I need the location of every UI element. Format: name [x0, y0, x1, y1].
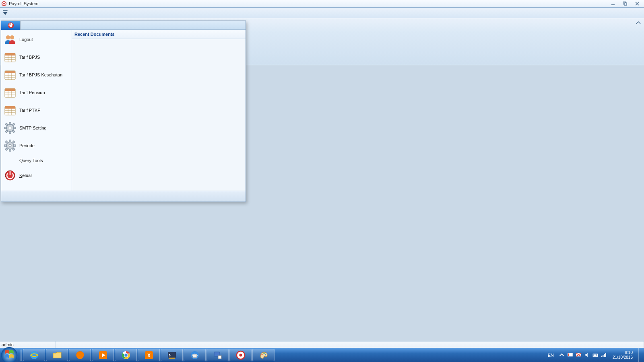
- menu-item-tarif-bpjs[interactable]: Tarif BPJS: [1, 48, 72, 66]
- clock-date: 21/10/2016: [613, 355, 633, 360]
- tray-chevron-up-icon[interactable]: [559, 352, 565, 358]
- svg-rect-4: [624, 3, 627, 5]
- chrome-icon: [121, 350, 131, 360]
- svg-rect-53: [12, 148, 15, 150]
- users-icon: [4, 33, 17, 46]
- maximize-button[interactable]: [619, 1, 631, 7]
- menu-item-label: Tarif BPJS: [19, 55, 40, 60]
- gear-icon: [4, 121, 17, 134]
- language-indicator[interactable]: EN: [545, 353, 556, 358]
- svg-rect-77: [568, 354, 569, 356]
- taskbar-clock[interactable]: 8:10 21/10/2016: [609, 350, 636, 360]
- folder-icon: [52, 350, 62, 360]
- menu-item-label: Keluar: [19, 173, 32, 178]
- taskbar-app-terminal[interactable]: [161, 349, 183, 361]
- qat-customize-dropdown[interactable]: [2, 10, 8, 16]
- ribbon-collapse-chevron[interactable]: [635, 20, 642, 25]
- application-menu-left-panel: Logout Tarif BPJS Tarif BPJS Kesehatan T…: [1, 30, 72, 191]
- volume-icon[interactable]: [584, 352, 590, 358]
- svg-rect-43: [12, 130, 15, 133]
- menu-item-keluar[interactable]: Keluar: [1, 167, 72, 184]
- battery-icon[interactable]: [592, 352, 599, 358]
- minimize-button[interactable]: [607, 1, 619, 7]
- svg-rect-51: [12, 141, 15, 143]
- statusbar: admin: [0, 341, 644, 348]
- gear-icon: [4, 139, 17, 152]
- paint-icon: [258, 350, 269, 360]
- start-button[interactable]: [0, 348, 19, 362]
- svg-rect-46: [9, 140, 11, 142]
- wifi-icon[interactable]: [601, 352, 607, 358]
- menu-item-tarif-bpjs-kesehatan[interactable]: Tarif BPJS Kesehatan: [1, 66, 72, 84]
- quick-access-toolbar: [0, 8, 644, 18]
- svg-rect-29: [5, 106, 15, 109]
- svg-rect-56: [10, 171, 11, 175]
- action-center-icon[interactable]: [567, 352, 573, 358]
- svg-rect-50: [5, 141, 8, 143]
- taskbar-app-firefox[interactable]: [69, 349, 91, 361]
- app-icon: [1, 1, 7, 6]
- taskbar-app-xampp[interactable]: X: [138, 349, 160, 361]
- menu-item-label: Periode: [19, 143, 35, 148]
- blank-icon: [4, 154, 17, 167]
- application-menu-header: [1, 21, 246, 30]
- ie-icon: [29, 350, 39, 360]
- svg-rect-36: [9, 122, 11, 124]
- windows-taskbar: X EN 8:10 21/10/2016: [0, 348, 644, 362]
- taskbar-app-chrome[interactable]: [115, 349, 137, 361]
- close-button[interactable]: [631, 1, 643, 7]
- show-desktop-button[interactable]: [638, 348, 642, 362]
- recent-documents-header: Recent Documents: [72, 30, 246, 39]
- calendar-icon: [4, 104, 17, 117]
- svg-rect-2: [611, 4, 615, 5]
- menu-item-query-tools[interactable]: Query Tools: [1, 154, 72, 167]
- menu-item-label: SMTP Setting: [19, 125, 47, 130]
- taskbar-app-media-player[interactable]: [92, 349, 114, 361]
- taskbar-app-paint[interactable]: [252, 349, 275, 361]
- menu-item-smtp-setting[interactable]: SMTP Setting: [1, 119, 72, 137]
- svg-rect-52: [5, 148, 8, 150]
- svg-point-8: [6, 35, 10, 39]
- power-icon: [4, 169, 17, 182]
- taskbar-app-device[interactable]: [206, 349, 229, 361]
- orb-icon: [8, 22, 14, 29]
- taskbar-app-ie[interactable]: [23, 349, 45, 361]
- svg-rect-41: [12, 123, 15, 125]
- application-menu-orb-tab[interactable]: [1, 21, 21, 30]
- svg-rect-66: [169, 358, 175, 359]
- menu-item-tarif-pensiun[interactable]: Tarif Pensiun: [1, 84, 72, 101]
- svg-rect-83: [603, 355, 603, 357]
- statusbar-spacer: [56, 341, 644, 348]
- svg-rect-38: [4, 127, 6, 129]
- firefox-icon: [75, 350, 85, 360]
- svg-point-45: [9, 144, 11, 147]
- svg-rect-49: [14, 145, 16, 146]
- taskbar-separator: [19, 350, 22, 361]
- menu-item-periode[interactable]: Periode: [1, 137, 72, 154]
- svg-rect-39: [14, 127, 16, 129]
- svg-rect-48: [4, 145, 6, 146]
- security-icon[interactable]: [576, 352, 582, 358]
- svg-rect-11: [5, 53, 15, 56]
- menu-item-logout[interactable]: Logout: [1, 31, 72, 48]
- svg-point-72: [239, 354, 242, 356]
- svg-rect-7: [10, 23, 11, 25]
- menu-item-label: Query Tools: [19, 158, 43, 163]
- svg-rect-47: [9, 149, 11, 151]
- svg-rect-17: [5, 71, 15, 73]
- svg-rect-40: [5, 123, 8, 125]
- menu-item-tarif-ptkp[interactable]: Tarif PTKP: [1, 101, 72, 119]
- svg-point-1: [3, 3, 5, 4]
- play-icon: [98, 350, 108, 360]
- svg-rect-84: [604, 354, 605, 357]
- menu-item-label: Logout: [19, 37, 33, 42]
- taskbar-app-payroll[interactable]: [229, 349, 252, 361]
- system-tray: EN 8:10 21/10/2016: [545, 348, 644, 362]
- window-titlebar: Payroll System: [0, 0, 644, 8]
- window-title: Payroll System: [9, 1, 38, 6]
- taskbar-app-thunderbird[interactable]: [184, 349, 206, 361]
- application-menu-right-panel: Recent Documents: [72, 30, 246, 191]
- svg-rect-65: [168, 352, 176, 358]
- svg-rect-42: [5, 130, 8, 133]
- taskbar-app-file-explorer[interactable]: [46, 349, 68, 361]
